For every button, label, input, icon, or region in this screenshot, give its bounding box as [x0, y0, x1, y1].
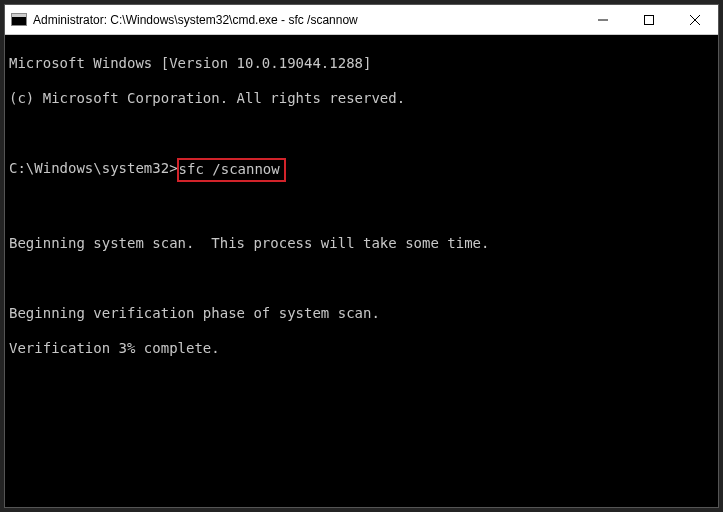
progress-line: Verification 3% complete. [9, 340, 714, 358]
scan-begin-line: Beginning system scan. This process will… [9, 235, 714, 253]
blank-line [9, 125, 714, 143]
command-highlight: sfc /scannow [177, 158, 286, 183]
app-icon-wrap [5, 5, 33, 35]
maximize-icon [644, 15, 654, 25]
window-controls [580, 5, 718, 34]
copyright-line: (c) Microsoft Corporation. All rights re… [9, 90, 714, 108]
console-output[interactable]: Microsoft Windows [Version 10.0.19044.12… [5, 35, 718, 507]
close-icon [689, 14, 701, 26]
verify-line: Beginning verification phase of system s… [9, 305, 714, 323]
version-line: Microsoft Windows [Version 10.0.19044.12… [9, 55, 714, 73]
prompt-line: C:\Windows\system32>sfc /scannow [9, 160, 714, 183]
window-title: Administrator: C:\Windows\system32\cmd.e… [33, 13, 580, 27]
maximize-button[interactable] [626, 5, 672, 34]
minimize-button[interactable] [580, 5, 626, 34]
screenshot-frame: Administrator: C:\Windows\system32\cmd.e… [0, 0, 723, 512]
minimize-icon [598, 15, 608, 25]
blank-line [9, 200, 714, 218]
titlebar[interactable]: Administrator: C:\Windows\system32\cmd.e… [5, 5, 718, 35]
svg-rect-1 [645, 15, 654, 24]
cmd-icon [11, 13, 27, 26]
blank-line [9, 270, 714, 288]
prompt-text: C:\Windows\system32> [9, 160, 178, 178]
cmd-window: Administrator: C:\Windows\system32\cmd.e… [4, 4, 719, 508]
close-button[interactable] [672, 5, 718, 34]
command-text: sfc /scannow [179, 161, 280, 177]
